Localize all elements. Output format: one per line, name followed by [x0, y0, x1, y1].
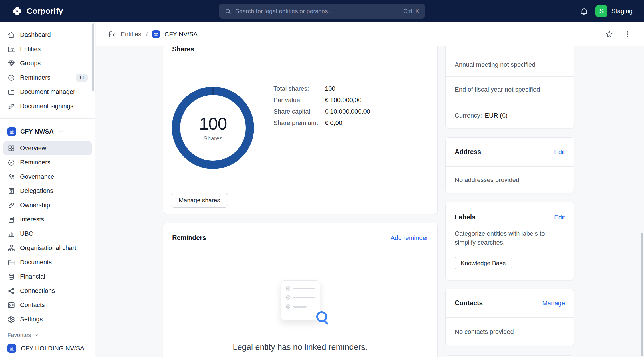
- search-input[interactable]: [235, 8, 399, 15]
- entities-icon: [108, 30, 116, 38]
- stat-row: Par value: € 100.000,00: [273, 94, 370, 106]
- topbar-actions: S Staging: [580, 0, 633, 22]
- stat-label: Share capital:: [273, 108, 325, 115]
- sidebar-divider: [0, 118, 95, 119]
- sidebar-item-entities[interactable]: Entities: [3, 42, 92, 56]
- edit-address-link[interactable]: Edit: [554, 148, 565, 156]
- manage-contacts-link[interactable]: Manage: [542, 300, 565, 307]
- reminders-count-badge: 11: [76, 74, 88, 82]
- sidebar-item-cfy-holding-nv-sa[interactable]: CFY HOLDING NV/SA: [3, 341, 92, 356]
- sidebar-item-label: Overview: [20, 144, 46, 152]
- entity-details-card: Annual meeting not specified End of fisc…: [445, 46, 574, 128]
- sidebar-item-favorite-partial[interactable]: [3, 356, 92, 357]
- ownership-icon: [7, 201, 15, 209]
- sidebar-item-connections[interactable]: Connections: [3, 284, 92, 298]
- sidebar-item-dashboard[interactable]: Dashboard: [3, 28, 92, 42]
- sidebar-item-overview[interactable]: Overview: [3, 141, 92, 155]
- sidebar: DashboardEntitiesGroupsReminders11Docume…: [0, 22, 95, 357]
- governance-icon: [7, 173, 15, 181]
- next-card-partial: [445, 355, 574, 357]
- search-icon: [225, 8, 231, 15]
- stat-value: € 0,00: [325, 119, 342, 127]
- favorite-star-button[interactable]: [605, 30, 613, 38]
- brand-name: Corporify: [27, 7, 63, 16]
- reminders-title: Reminders: [172, 234, 206, 242]
- shares-body: 100 Shares Total shares: 100 Par value: …: [163, 64, 437, 186]
- stat-row: Total shares: 100: [273, 83, 370, 94]
- sidebar-item-label: Governance: [20, 173, 54, 180]
- knowledge-base-button[interactable]: Knowledge Base: [455, 257, 512, 269]
- sidebar-item-document-signings[interactable]: Document signings: [3, 99, 92, 113]
- favorites-toggle[interactable]: Favorites: [3, 329, 92, 341]
- sidebar-item-label: Reminders: [20, 159, 50, 166]
- sidebar-item-label: Document signings: [20, 102, 73, 110]
- global-search[interactable]: Ctrl+K: [219, 4, 425, 19]
- fiscal-year-row: End of fiscal year not specified: [446, 77, 574, 102]
- manage-shares-button[interactable]: Manage shares: [171, 193, 228, 208]
- more-options-button[interactable]: [623, 30, 631, 38]
- stat-row: Share capital: € 10.000.000,00: [273, 106, 370, 117]
- building-icon: [154, 32, 158, 37]
- sidebar-scrollbar-thumb[interactable]: [92, 23, 94, 91]
- add-reminder-link[interactable]: Add reminder: [391, 234, 428, 242]
- sidebar-item-delegations[interactable]: Delegations: [3, 184, 92, 198]
- stat-label: Share premium:: [273, 119, 325, 127]
- contacts-empty-state: No contacts provided: [446, 318, 574, 346]
- stat-label: Par value:: [273, 96, 325, 104]
- breadcrumb-separator: /: [146, 31, 148, 38]
- entity-icon: [152, 30, 160, 38]
- reminders-card-header: Reminders Add reminder: [163, 223, 437, 253]
- sidebar-item-label: Financial: [20, 273, 45, 280]
- labels-description: Categorize entities with labels to simpl…: [455, 229, 558, 247]
- stat-row: Share premium: € 0,00: [273, 117, 370, 129]
- sidebar-item-document-manager[interactable]: Document manager: [3, 85, 92, 99]
- currency-value: EUR (€): [485, 112, 507, 119]
- chevron-down-icon: [34, 332, 39, 338]
- building-icon: [9, 129, 15, 134]
- currency-label: Currency:: [455, 112, 482, 119]
- contacts-card-header: Contacts Manage: [446, 289, 574, 318]
- sidebar-item-documents[interactable]: Documents: [3, 255, 92, 269]
- sidebar-item-label: Connections: [20, 287, 55, 295]
- sidebar-item-financial[interactable]: Financial: [3, 269, 92, 284]
- entity-icon: [7, 127, 16, 136]
- edit-labels-link[interactable]: Edit: [554, 214, 565, 221]
- sidebar-entity-section: OverviewRemindersGovernanceDelegationsOw…: [0, 141, 95, 326]
- shares-stats: Total shares: 100 Par value: € 100.000,0…: [273, 83, 370, 129]
- avatar[interactable]: S: [595, 5, 607, 17]
- breadcrumb: Entities / CFY NV/SA: [108, 30, 198, 38]
- sidebar-item-ubo[interactable]: UBO: [3, 227, 92, 241]
- shares-donut-chart: 100 Shares: [172, 87, 254, 169]
- sidebar-item-reminders[interactable]: Reminders11: [3, 70, 92, 85]
- page-scrollbar-thumb[interactable]: [641, 233, 643, 356]
- sidebar-item-label: CFY HOLDING NV/SA: [21, 345, 84, 352]
- breadcrumb-entities-link[interactable]: Entities: [121, 31, 141, 38]
- address-title: Address: [455, 148, 481, 156]
- main-content: Shares 100 Shares Total shares: 100 Par …: [96, 46, 644, 357]
- shares-card-footer: Manage shares: [163, 186, 437, 215]
- labels-card-header: Labels Edit: [446, 202, 574, 225]
- sidebar-item-settings[interactable]: Settings: [3, 312, 92, 326]
- sidebar-item-reminders[interactable]: Reminders: [3, 155, 92, 170]
- sidebar-item-label: Dashboard: [20, 31, 51, 39]
- entity-selector[interactable]: CFY NV/SA: [3, 124, 92, 139]
- reminders-icon: [7, 74, 15, 82]
- sidebar-item-contacts[interactable]: Contacts: [3, 298, 92, 312]
- search-shortcut: Ctrl+K: [403, 8, 419, 15]
- stat-value: € 10.000.000,00: [325, 108, 370, 115]
- chevron-down-icon: [58, 129, 64, 135]
- reminders-empty-text: Legal entity has no linked reminders.: [233, 342, 367, 352]
- document-manager-icon: [7, 88, 15, 96]
- user-menu[interactable]: S Staging: [595, 5, 633, 17]
- sidebar-item-ownership[interactable]: Ownership: [3, 198, 92, 212]
- contacts-card: Contacts Manage No contacts provided: [445, 289, 574, 346]
- sidebar-item-groups[interactable]: Groups: [3, 56, 92, 70]
- notifications-bell-icon[interactable]: [580, 7, 589, 16]
- sidebar-favorites-section: CFY HOLDING NV/SA: [0, 341, 95, 357]
- sidebar-item-interests[interactable]: Interests: [3, 212, 92, 227]
- sidebar-item-governance[interactable]: Governance: [3, 170, 92, 184]
- sidebar-item-label: Settings: [20, 316, 43, 323]
- sidebar-item-organisational-chart[interactable]: Organisational chart: [3, 241, 92, 255]
- groups-icon: [7, 60, 15, 67]
- fiscal-year-text: End of fiscal year not specified: [455, 86, 540, 93]
